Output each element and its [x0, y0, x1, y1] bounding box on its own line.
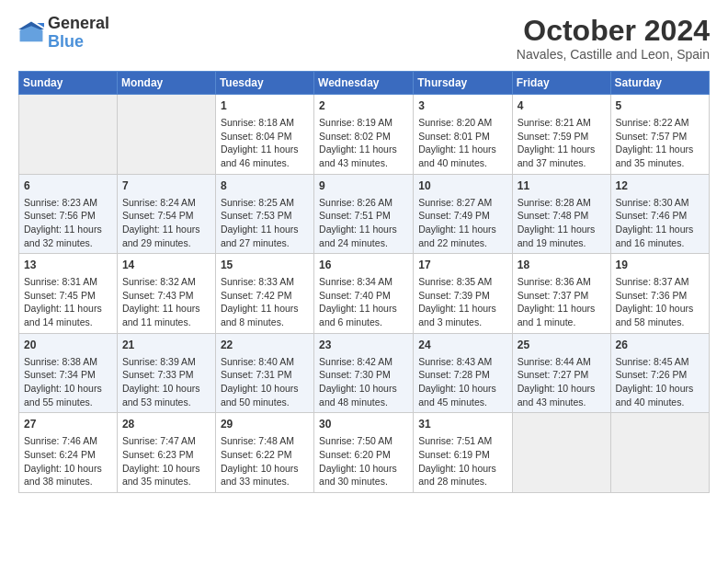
day-cell: 3Sunrise: 8:20 AM Sunset: 8:01 PM Daylig…: [414, 95, 512, 175]
day-cell: 12Sunrise: 8:30 AM Sunset: 7:46 PM Dayli…: [610, 174, 709, 254]
day-number: 29: [221, 417, 309, 432]
day-cell: 10Sunrise: 8:27 AM Sunset: 7:49 PM Dayli…: [414, 174, 512, 254]
location-subtitle: Navales, Castille and Leon, Spain: [517, 47, 710, 62]
day-number: 24: [418, 338, 506, 353]
header-cell-tuesday: Tuesday: [215, 72, 313, 95]
day-cell: 9Sunrise: 8:26 AM Sunset: 7:51 PM Daylig…: [314, 174, 414, 254]
day-info: Sunrise: 8:22 AM Sunset: 7:57 PM Dayligh…: [616, 116, 704, 170]
day-cell: [117, 95, 215, 175]
day-number: 11: [518, 178, 606, 194]
header-row: SundayMondayTuesdayWednesdayThursdayFrid…: [19, 72, 710, 95]
day-number: 30: [319, 417, 408, 432]
day-info: Sunrise: 8:23 AM Sunset: 7:56 PM Dayligh…: [24, 196, 112, 250]
day-number: 12: [616, 178, 704, 194]
day-info: Sunrise: 8:32 AM Sunset: 7:43 PM Dayligh…: [122, 275, 210, 329]
day-number: 10: [418, 178, 506, 194]
header: General Blue October 2024 Navales, Casti…: [18, 15, 710, 62]
day-number: 15: [221, 258, 309, 273]
day-info: Sunrise: 8:44 AM Sunset: 7:27 PM Dayligh…: [518, 355, 606, 409]
week-row-4: 20Sunrise: 8:38 AM Sunset: 7:34 PM Dayli…: [19, 333, 710, 413]
day-cell: 21Sunrise: 8:39 AM Sunset: 7:33 PM Dayli…: [117, 333, 215, 413]
day-info: Sunrise: 8:18 AM Sunset: 8:04 PM Dayligh…: [221, 116, 309, 170]
day-number: 19: [616, 258, 704, 273]
day-cell: 24Sunrise: 8:43 AM Sunset: 7:28 PM Dayli…: [414, 333, 512, 413]
header-cell-wednesday: Wednesday: [314, 72, 414, 95]
day-info: Sunrise: 8:27 AM Sunset: 7:49 PM Dayligh…: [418, 196, 506, 250]
day-cell: 28Sunrise: 7:47 AM Sunset: 6:23 PM Dayli…: [117, 413, 215, 493]
header-cell-monday: Monday: [117, 72, 215, 95]
day-number: 8: [221, 178, 309, 194]
day-cell: 11Sunrise: 8:28 AM Sunset: 7:48 PM Dayli…: [512, 174, 610, 254]
day-number: 1: [221, 98, 309, 114]
day-cell: 27Sunrise: 7:46 AM Sunset: 6:24 PM Dayli…: [19, 413, 118, 493]
day-number: 4: [518, 98, 606, 114]
day-info: Sunrise: 8:35 AM Sunset: 7:39 PM Dayligh…: [418, 275, 506, 329]
day-info: Sunrise: 8:36 AM Sunset: 7:37 PM Dayligh…: [518, 275, 606, 329]
day-cell: 14Sunrise: 8:32 AM Sunset: 7:43 PM Dayli…: [117, 254, 215, 334]
day-cell: 15Sunrise: 8:33 AM Sunset: 7:42 PM Dayli…: [215, 254, 313, 334]
logo-line2: Blue: [48, 33, 109, 52]
day-number: 23: [319, 338, 408, 353]
day-cell: 26Sunrise: 8:45 AM Sunset: 7:26 PM Dayli…: [610, 333, 709, 413]
day-info: Sunrise: 8:42 AM Sunset: 7:30 PM Dayligh…: [319, 355, 408, 409]
week-row-3: 13Sunrise: 8:31 AM Sunset: 7:45 PM Dayli…: [19, 254, 710, 334]
day-cell: 29Sunrise: 7:48 AM Sunset: 6:22 PM Dayli…: [215, 413, 313, 493]
day-cell: 18Sunrise: 8:36 AM Sunset: 7:37 PM Dayli…: [512, 254, 610, 334]
day-info: Sunrise: 8:45 AM Sunset: 7:26 PM Dayligh…: [616, 355, 704, 409]
day-info: Sunrise: 8:43 AM Sunset: 7:28 PM Dayligh…: [418, 355, 506, 409]
day-info: Sunrise: 8:20 AM Sunset: 8:01 PM Dayligh…: [418, 116, 506, 170]
day-cell: 25Sunrise: 8:44 AM Sunset: 7:27 PM Dayli…: [512, 333, 610, 413]
day-info: Sunrise: 8:39 AM Sunset: 7:33 PM Dayligh…: [122, 355, 210, 409]
logo-line1: General: [48, 15, 109, 33]
calendar-header: SundayMondayTuesdayWednesdayThursdayFrid…: [19, 72, 710, 95]
day-cell: 22Sunrise: 8:40 AM Sunset: 7:31 PM Dayli…: [215, 333, 313, 413]
week-row-1: 1Sunrise: 8:18 AM Sunset: 8:04 PM Daylig…: [19, 95, 710, 175]
day-info: Sunrise: 8:30 AM Sunset: 7:46 PM Dayligh…: [616, 196, 704, 250]
logo: General Blue: [18, 15, 109, 52]
day-number: 31: [418, 417, 506, 432]
header-cell-sunday: Sunday: [19, 72, 118, 95]
day-cell: [19, 95, 118, 175]
day-number: 13: [24, 258, 112, 273]
day-cell: [512, 413, 610, 493]
header-cell-saturday: Saturday: [610, 72, 709, 95]
day-cell: 13Sunrise: 8:31 AM Sunset: 7:45 PM Dayli…: [19, 254, 118, 334]
day-cell: 5Sunrise: 8:22 AM Sunset: 7:57 PM Daylig…: [610, 95, 709, 175]
day-info: Sunrise: 7:50 AM Sunset: 6:20 PM Dayligh…: [319, 434, 408, 488]
day-cell: 1Sunrise: 8:18 AM Sunset: 8:04 PM Daylig…: [215, 95, 313, 175]
day-cell: 7Sunrise: 8:24 AM Sunset: 7:54 PM Daylig…: [117, 174, 215, 254]
header-cell-friday: Friday: [512, 72, 610, 95]
week-row-2: 6Sunrise: 8:23 AM Sunset: 7:56 PM Daylig…: [19, 174, 710, 254]
day-info: Sunrise: 8:28 AM Sunset: 7:48 PM Dayligh…: [518, 196, 606, 250]
day-number: 18: [518, 258, 606, 273]
day-number: 27: [24, 417, 112, 432]
day-info: Sunrise: 8:31 AM Sunset: 7:45 PM Dayligh…: [24, 275, 112, 329]
day-info: Sunrise: 7:48 AM Sunset: 6:22 PM Dayligh…: [221, 434, 309, 488]
day-number: 3: [418, 98, 506, 114]
day-cell: 23Sunrise: 8:42 AM Sunset: 7:30 PM Dayli…: [314, 333, 414, 413]
day-info: Sunrise: 8:21 AM Sunset: 7:59 PM Dayligh…: [518, 116, 606, 170]
day-cell: 16Sunrise: 8:34 AM Sunset: 7:40 PM Dayli…: [314, 254, 414, 334]
day-number: 6: [24, 178, 112, 194]
day-info: Sunrise: 7:51 AM Sunset: 6:19 PM Dayligh…: [418, 434, 506, 488]
day-number: 14: [122, 258, 210, 273]
title-block: October 2024 Navales, Castille and Leon,…: [517, 15, 710, 62]
day-number: 2: [319, 98, 408, 114]
day-info: Sunrise: 7:47 AM Sunset: 6:23 PM Dayligh…: [122, 434, 210, 488]
calendar-table: SundayMondayTuesdayWednesdayThursdayFrid…: [18, 71, 710, 493]
day-number: 16: [319, 258, 408, 273]
day-cell: 6Sunrise: 8:23 AM Sunset: 7:56 PM Daylig…: [19, 174, 118, 254]
day-info: Sunrise: 8:19 AM Sunset: 8:02 PM Dayligh…: [319, 116, 408, 170]
day-cell: 17Sunrise: 8:35 AM Sunset: 7:39 PM Dayli…: [414, 254, 512, 334]
day-cell: 2Sunrise: 8:19 AM Sunset: 8:02 PM Daylig…: [314, 95, 414, 175]
day-info: Sunrise: 8:40 AM Sunset: 7:31 PM Dayligh…: [221, 355, 309, 409]
day-info: Sunrise: 8:24 AM Sunset: 7:54 PM Dayligh…: [122, 196, 210, 250]
day-number: 25: [518, 338, 606, 353]
day-number: 22: [221, 338, 309, 353]
day-cell: 8Sunrise: 8:25 AM Sunset: 7:53 PM Daylig…: [215, 174, 313, 254]
month-title: October 2024: [517, 15, 710, 47]
logo-text: General Blue: [48, 15, 109, 52]
day-cell: 20Sunrise: 8:38 AM Sunset: 7:34 PM Dayli…: [19, 333, 118, 413]
day-info: Sunrise: 8:37 AM Sunset: 7:36 PM Dayligh…: [616, 275, 704, 329]
logo-icon: [18, 20, 44, 46]
